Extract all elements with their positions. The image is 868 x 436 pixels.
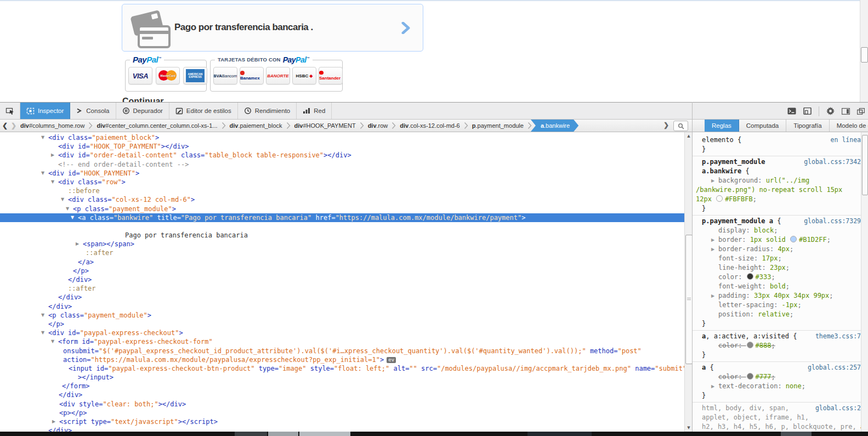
breadcrumb-item-p-payment_module[interactable]: p.payment_module [467, 120, 529, 132]
sidebar-tab-tipograf-a[interactable]: Tipografía [786, 120, 829, 132]
markup-line[interactable]: </div> [0, 275, 684, 284]
css-source-link[interactable]: en línea [831, 135, 861, 145]
css-source-link[interactable]: global.css:7342 [804, 157, 861, 167]
color-swatch[interactable] [747, 373, 753, 380]
css-source-link[interactable]: global.css:2 [815, 404, 861, 413]
breadcrumb-item-div-columns_home-row[interactable]: div#columns_home.row [15, 120, 89, 132]
css-declaration[interactable]: letter-spacing: -1px; [693, 301, 868, 310]
css-declaration[interactable]: ▶border-radius: 4px; [693, 245, 868, 254]
tab-style-editor[interactable]: Editor de estilos [169, 103, 238, 119]
css-source-link[interactable]: theme3.css:7 [815, 332, 861, 341]
markup-line[interactable] [0, 222, 684, 231]
tab-network[interactable]: Red [297, 103, 332, 119]
breadcrumb-item-div-HOOK_PAYMENT[interactable]: div#HOOK_PAYMENT [290, 120, 361, 132]
tab-console[interactable]: Consola [70, 103, 116, 119]
panel-splitter[interactable] [692, 102, 693, 432]
expand-arrow-icon[interactable]: ▼ [51, 337, 54, 346]
css-declaration[interactable]: ▶background: url("../img [693, 176, 868, 185]
css-declaration[interactable]: ▶text-decoration: none; [693, 382, 868, 391]
markup-line[interactable]: </div> [0, 293, 684, 302]
sidebar-tab-computada[interactable]: Computada [739, 120, 786, 132]
css-rule-line[interactable]: applet, object, iframe, h1, [693, 413, 868, 422]
tab-debugger[interactable]: Depurador [116, 103, 169, 119]
color-swatch[interactable] [790, 236, 797, 242]
markup-line[interactable]: ▼<div class="col-xs-12 col-md-6"> [0, 195, 684, 204]
dock-side-icon[interactable] [842, 108, 850, 115]
css-rule-line[interactable]: a, a:active, a:visited {theme3.css:7 [693, 332, 868, 341]
css-declaration[interactable]: color: #888; [693, 341, 868, 350]
css-rule-line[interactable]: } [693, 319, 868, 329]
breadcrumb-overflow-button[interactable]: ❯ [663, 121, 669, 129]
scrollbar-up-arrow-icon[interactable]: ▲ [685, 134, 693, 138]
markup-line[interactable]: <!-- end order-detail-content --> [0, 160, 684, 169]
expand-arrow-icon[interactable]: ▶ [711, 291, 714, 301]
expand-arrow-icon[interactable]: ▶ [711, 245, 714, 254]
expand-arrow-icon[interactable]: ▼ [41, 169, 44, 178]
css-declaration[interactable]: display: block; [693, 226, 868, 235]
markup-line[interactable]: ▶<script type="text/javascript"></script… [0, 417, 684, 426]
css-rule-line[interactable]: a.bankwire { [693, 167, 868, 176]
color-swatch[interactable] [747, 342, 753, 348]
settings-icon[interactable] [826, 107, 835, 115]
scrollbar-down-arrow-icon[interactable]: ▼ [685, 426, 693, 430]
event-badge[interactable]: ev [387, 357, 396, 363]
css-rule-line[interactable]: 12px #FBFBFB; [693, 195, 868, 204]
markup-line[interactable]: onsubmit="$('#paypal_express_checkout_id… [0, 347, 684, 355]
css-declaration[interactable]: font-size: 17px; [693, 254, 868, 263]
css-declaration[interactable]: font-weight: bold; [693, 282, 868, 291]
markup-line[interactable]: ::after [0, 284, 684, 293]
windows-taskbar[interactable] [0, 432, 868, 436]
responsive-mode-icon[interactable] [803, 107, 812, 115]
expand-arrow-icon[interactable]: ▼ [41, 133, 44, 142]
page-scrollbar[interactable] [860, 0, 868, 102]
css-rule-line[interactable]: p.payment_moduleglobal.css:7342 [693, 157, 868, 167]
breadcrumb-item-div-paiement_block[interactable]: div.paiement_block [225, 120, 287, 132]
expand-arrow-icon[interactable]: ▼ [41, 311, 44, 320]
markup-line[interactable]: ▼<form id="paypal-express-checkout-form" [0, 337, 684, 346]
markup-scrollbar[interactable]: ▲ ▼ [684, 132, 693, 432]
tab-inspector[interactable]: Inspector [20, 103, 70, 119]
bankwire-payment-link[interactable]: Pago por transferencia bancaria . [122, 4, 423, 52]
markup-line[interactable]: </div> [0, 390, 684, 399]
markup-line[interactable]: ▼<p class="payment_module"> [0, 311, 684, 320]
css-declaration[interactable]: ▶padding: 33px 40px 34px 99px; [693, 291, 868, 301]
sidebar-tab-modelo-de-ca[interactable]: Modelo de ca [830, 120, 868, 132]
expand-arrow-icon[interactable]: ▼ [66, 205, 69, 213]
expand-arrow-icon[interactable]: ▶ [711, 176, 714, 185]
markup-line[interactable]: <p></p> [0, 409, 684, 417]
markup-line[interactable]: action="https://malula.com.mx/module/pay… [0, 355, 684, 364]
markup-line[interactable]: ▶<span></span> [0, 240, 684, 248]
css-rule-line[interactable]: /bankwire.png") no-repeat scroll 15px [693, 185, 868, 195]
css-rule-line[interactable]: a {global.css:257 [693, 363, 868, 372]
css-declaration[interactable]: color: #777; [693, 372, 868, 382]
page-scrollbar-thumb[interactable] [861, 47, 868, 63]
markup-line[interactable]: <input id="paypal-express-checkout-btn-p… [0, 364, 684, 373]
expand-arrow-icon[interactable]: ▼ [51, 178, 54, 186]
markup-line[interactable]: ▼<div class="paiement_block"> [0, 133, 684, 142]
css-rule-line[interactable]: h2, h3, h4, h5, h6, p, blockquote, pre, … [693, 422, 868, 432]
breadcrumb-item-a-bankwire[interactable]: a.bankwire [531, 120, 578, 132]
markup-line[interactable]: </p> [0, 320, 684, 329]
expand-arrow-icon[interactable]: ▼ [71, 213, 74, 222]
expand-arrow-icon[interactable]: ▶ [711, 235, 714, 245]
split-console-icon[interactable] [787, 107, 796, 115]
css-declaration[interactable]: color: #333; [693, 273, 868, 282]
markup-line[interactable]: </form> [0, 382, 684, 390]
color-swatch[interactable] [716, 195, 723, 202]
css-rule-line[interactable]: } [693, 145, 868, 154]
markup-line[interactable]: ▼<div id="paypal-express-checkout"> [0, 329, 684, 337]
expand-arrow-icon[interactable]: ▶ [51, 151, 54, 160]
markup-line[interactable]: <div id="HOOK_TOP_PAYMENT"></div> [0, 142, 684, 151]
markup-line[interactable]: <div style="clear: both;"></div> [0, 400, 684, 409]
breadcrumb-item-div-center_column-center_column-col-xs-1-[interactable]: div#center_column.center_column.col-xs-1… [92, 120, 222, 132]
search-input[interactable] [673, 121, 688, 131]
markup-line[interactable]: </p> [0, 267, 684, 275]
markup-line[interactable]: ::after [0, 248, 684, 257]
breadcrumb-item-div-row[interactable]: div.row [363, 120, 393, 132]
css-rule-line[interactable]: elemento {en línea [693, 135, 868, 145]
css-source-link[interactable]: global.css:257 [808, 363, 861, 372]
element-picker-button[interactable] [0, 103, 20, 119]
undock-icon[interactable] [857, 108, 865, 115]
markup-line[interactable]: ▼<div class="row"> [0, 178, 684, 186]
css-source-link[interactable]: global.css:7329 [804, 217, 861, 226]
